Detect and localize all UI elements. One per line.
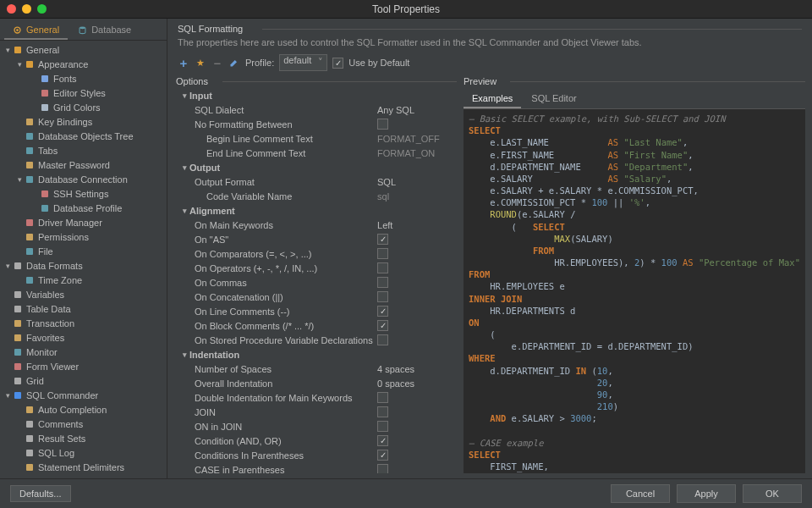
option-checkbox[interactable] (377, 435, 388, 446)
tree-item[interactable]: Monitor (0, 345, 167, 359)
option-checkbox[interactable] (377, 277, 388, 288)
chevron-down-icon[interactable]: ▾ (179, 351, 189, 359)
expand-arrow-icon[interactable]: ▾ (3, 391, 12, 400)
tree-item[interactable]: Driver Manager (0, 215, 167, 229)
minimize-icon[interactable] (22, 4, 31, 14)
zoom-icon[interactable] (37, 4, 47, 14)
option-row[interactable]: On Concatenation (||) (176, 290, 457, 304)
tree-item[interactable]: Variables (0, 287, 167, 301)
tree-item[interactable]: ▾General (0, 42, 167, 57)
option-row[interactable]: Begin Line Comment TextFORMAT_OFF (176, 131, 457, 146)
tree-item[interactable]: Auto Completion (0, 402, 167, 417)
tree-item[interactable]: ▾Database Connection (0, 172, 167, 186)
star-icon[interactable]: ★ (195, 57, 206, 69)
tree-item[interactable]: SSH Settings (0, 186, 167, 201)
tree-item[interactable]: Grid Colors (0, 100, 167, 114)
tree-item[interactable]: Statement Delimiters (0, 460, 167, 474)
expand-arrow-icon[interactable]: ▾ (3, 46, 12, 54)
tree-item[interactable]: Database Profile (0, 201, 167, 215)
tree-item[interactable]: Database Objects Tree (0, 129, 167, 143)
option-row[interactable]: ON in JOIN (176, 419, 457, 433)
option-row[interactable]: End Line Comment TextFORMAT_ON (176, 146, 457, 160)
option-checkbox[interactable] (377, 119, 388, 130)
tree-item[interactable]: Table Data (0, 301, 167, 316)
option-value[interactable]: 4 spaces (377, 364, 453, 374)
option-row[interactable]: Condition (AND, OR) (176, 433, 457, 448)
expand-arrow-icon[interactable]: ▾ (15, 60, 24, 69)
option-checkbox[interactable] (377, 464, 388, 473)
option-checkbox[interactable] (377, 421, 388, 432)
tree-item[interactable]: Comments (0, 417, 167, 431)
apply-button[interactable]: Apply (677, 484, 736, 503)
ok-button[interactable]: OK (743, 484, 802, 503)
option-value[interactable]: SQL (377, 177, 453, 187)
option-row[interactable]: On Line Comments (--) (176, 304, 457, 318)
option-checkbox[interactable] (377, 392, 388, 403)
chevron-down-icon[interactable]: ▾ (179, 91, 189, 100)
option-row[interactable]: ▾Output (176, 160, 457, 174)
option-row[interactable]: ▾Indentation (176, 347, 457, 362)
option-value[interactable]: Left (377, 220, 453, 230)
option-value[interactable]: FORMAT_OFF (377, 134, 453, 144)
sql-preview[interactable]: — Basic SELECT example, with Sub-SELECT … (464, 109, 805, 473)
option-checkbox[interactable] (377, 334, 388, 345)
settings-tree[interactable]: ▾General▾AppearanceFontsEditor StylesGri… (0, 41, 167, 478)
remove-icon[interactable]: − (211, 57, 223, 69)
chevron-down-icon[interactable]: ▾ (179, 163, 189, 172)
tree-item[interactable]: Key Bindings (0, 114, 167, 129)
option-row[interactable]: SQL DialectAny SQL (176, 102, 457, 117)
tree-item[interactable]: Master Password (0, 157, 167, 172)
option-row[interactable]: ▾Input (176, 88, 457, 102)
expand-arrow-icon[interactable]: ▾ (3, 262, 12, 270)
option-row[interactable]: Code Variable Namesql (176, 189, 457, 203)
tree-item[interactable]: ▾Data Formats (0, 258, 167, 273)
option-checkbox[interactable] (377, 450, 388, 461)
option-row[interactable]: On Comparators (=, <, >, ...) (176, 246, 457, 261)
option-row[interactable]: On Stored Procedure Variable Declaration… (176, 333, 457, 347)
cancel-button[interactable]: Cancel (611, 484, 670, 503)
option-checkbox[interactable] (377, 320, 388, 331)
option-row[interactable]: Double Indentation for Main Keywords (176, 390, 457, 405)
option-value[interactable]: 0 spaces (377, 378, 453, 389)
tree-item[interactable]: Fonts (0, 71, 167, 86)
option-checkbox[interactable] (377, 406, 388, 417)
tree-item[interactable]: Transaction (0, 316, 167, 330)
add-icon[interactable]: + (178, 57, 189, 69)
edit-icon[interactable] (228, 57, 240, 69)
option-row[interactable]: CASE in Parentheses (176, 462, 457, 473)
tree-item[interactable]: Permissions (0, 229, 167, 244)
option-row[interactable]: On Commas (176, 275, 457, 290)
tree-item[interactable]: Favorites (0, 330, 167, 345)
option-row[interactable]: On Block Comments (/* ... */) (176, 318, 457, 333)
option-checkbox[interactable] (377, 306, 388, 317)
tree-item[interactable]: Editor Styles (0, 86, 167, 100)
option-checkbox[interactable] (377, 234, 388, 245)
option-value[interactable]: sql (377, 191, 453, 202)
tab-database[interactable]: Database (69, 21, 140, 40)
tree-item[interactable]: SQL Log (0, 445, 167, 460)
chevron-down-icon[interactable]: ▾ (179, 207, 189, 215)
profile-select[interactable]: default (279, 54, 327, 71)
tree-item[interactable]: Result Sets (0, 431, 167, 445)
options-list[interactable]: ▾InputSQL DialectAny SQLNo Formatting Be… (176, 88, 457, 473)
close-icon[interactable] (7, 4, 16, 14)
tab-general[interactable]: General (4, 21, 68, 40)
tree-item[interactable]: Grid (0, 373, 167, 388)
tree-item[interactable]: ▾Appearance (0, 57, 167, 71)
option-value[interactable]: FORMAT_ON (377, 148, 453, 158)
tab-sql-editor[interactable]: SQL Editor (523, 90, 584, 108)
tree-item[interactable]: Tabs (0, 143, 167, 157)
defaults-button[interactable]: Defaults... (10, 485, 71, 502)
expand-arrow-icon[interactable]: ▾ (15, 175, 24, 184)
option-row[interactable]: No Formatting Between (176, 117, 457, 131)
use-default-checkbox[interactable] (332, 58, 343, 69)
option-row[interactable]: On Operators (+, -, *, /, IN, ...) (176, 261, 457, 275)
option-row[interactable]: On Main KeywordsLeft (176, 218, 457, 232)
option-row[interactable]: ▾Alignment (176, 203, 457, 218)
tree-item[interactable]: ▾SQL Commander (0, 388, 167, 402)
option-row[interactable]: On "AS" (176, 232, 457, 246)
option-checkbox[interactable] (377, 262, 388, 273)
option-row[interactable]: Conditions In Parentheses (176, 448, 457, 462)
tree-item[interactable]: Time Zone (0, 273, 167, 287)
tree-item[interactable]: Form Viewer (0, 359, 167, 373)
